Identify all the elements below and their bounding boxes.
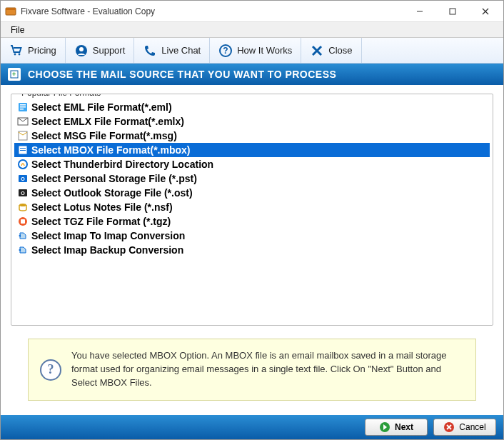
format-row[interactable]: Select Thunderbird Directory Location	[14, 157, 490, 171]
close-icon	[310, 44, 324, 58]
format-icon: O	[17, 187, 29, 199]
format-label: Select TGZ File Format (*.tgz)	[31, 216, 171, 227]
format-icon	[17, 144, 29, 156]
format-label: Select Lotus Notes File (*.nsf)	[31, 201, 173, 213]
file-formats-group: Popular File Formats Select EML File For…	[11, 94, 493, 326]
next-button[interactable]: Next	[365, 419, 428, 436]
app-icon	[5, 6, 16, 17]
howitworks-label: How It Works	[237, 45, 292, 56]
cart-icon	[9, 44, 24, 58]
format-icon: O	[17, 173, 29, 184]
cancel-x-icon	[443, 421, 455, 433]
format-icon	[17, 244, 29, 256]
format-row[interactable]: Select TGZ File Format (*.tgz)	[14, 214, 490, 229]
svg-rect-32	[21, 219, 25, 224]
svg-text:?: ?	[223, 46, 228, 56]
format-row[interactable]: Select MBOX File Format(*.mbox)	[14, 143, 490, 157]
svg-point-7	[19, 53, 21, 55]
format-icon	[17, 130, 29, 141]
format-icon	[17, 216, 29, 227]
format-label: Select Personal Storage File (*.pst)	[31, 173, 197, 184]
format-row[interactable]: Select Lotus Notes File (*.nsf)	[14, 200, 490, 214]
file-menu[interactable]: File	[5, 24, 30, 36]
svg-rect-23	[20, 148, 26, 149]
headset-icon	[74, 44, 89, 58]
close-label: Close	[328, 45, 352, 56]
format-label: Select EML File Format(*.eml)	[31, 101, 172, 113]
svg-text:O: O	[21, 191, 25, 196]
svg-point-9	[79, 47, 84, 51]
svg-rect-19	[20, 109, 24, 110]
howitworks-button[interactable]: ? How It Works	[210, 38, 301, 63]
format-icon	[17, 230, 29, 241]
window-title: Fixvare Software - Evaluation Copy	[21, 6, 403, 16]
format-icon	[17, 116, 29, 127]
pricing-button[interactable]: Pricing	[1, 38, 66, 63]
format-label: Select EMLX File Format(*.emlx)	[31, 116, 184, 127]
footer-bar: Next Cancel	[1, 415, 503, 439]
format-row[interactable]: OSelect Outlook Storage File (*.ost)	[14, 186, 490, 200]
svg-text:+: +	[12, 71, 16, 78]
format-label: Select Imap To Imap Conversion	[31, 230, 185, 241]
close-button[interactable]: Close	[301, 38, 361, 63]
format-row[interactable]: OSelect Personal Storage File (*.pst)	[14, 171, 490, 186]
next-arrow-icon	[379, 421, 390, 433]
format-row[interactable]: Select EMLX File Format(*.emlx)	[14, 114, 490, 129]
svg-rect-18	[20, 106, 26, 108]
phone-icon	[143, 44, 157, 58]
page-header: + CHOOSE THE MAIL SOURCE THAT YOU WANT T…	[1, 64, 503, 85]
content-area: Popular File Formats Select EML File For…	[1, 85, 503, 415]
format-row[interactable]: Select Imap To Imap Conversion	[14, 229, 490, 243]
format-label: Select Outlook Storage File (*.ost)	[31, 187, 193, 199]
svg-rect-24	[20, 150, 26, 151]
svg-point-30	[19, 204, 26, 206]
group-legend: Popular File Formats	[19, 94, 104, 98]
info-icon: ?	[40, 359, 61, 381]
svg-point-6	[14, 53, 16, 55]
format-label: Select Imap Backup Conversion	[31, 244, 183, 256]
cancel-label: Cancel	[459, 422, 485, 432]
format-label: Select Thunderbird Directory Location	[31, 159, 213, 170]
format-label: Select MSG File Format(*.msg)	[31, 130, 177, 141]
question-icon: ?	[218, 44, 233, 58]
svg-rect-17	[20, 104, 26, 106]
svg-text:O: O	[21, 176, 25, 181]
format-icon	[17, 159, 29, 170]
livechat-label: Live Chat	[161, 45, 201, 56]
next-label: Next	[395, 422, 413, 432]
support-label: Support	[93, 45, 126, 56]
format-label: Select MBOX File Format(*.mbox)	[31, 144, 190, 156]
title-bar: Fixvare Software - Evaluation Copy	[1, 1, 503, 22]
header-badge-icon: +	[8, 68, 21, 81]
menu-bar: File	[1, 22, 503, 38]
close-window-button[interactable]	[469, 1, 502, 21]
minimize-button[interactable]	[403, 1, 436, 21]
svg-rect-1	[6, 8, 16, 10]
format-row[interactable]: Select EML File Format(*.eml)	[14, 100, 490, 114]
maximize-button[interactable]	[436, 1, 469, 21]
page-header-text: CHOOSE THE MAIL SOURCE THAT YOU WANT TO …	[28, 69, 336, 80]
toolbar: Pricing Support Live Chat ? How It Works…	[1, 38, 503, 64]
info-panel: ? You have selected MBOX Option. An MBOX…	[28, 339, 476, 401]
svg-rect-3	[450, 9, 455, 14]
livechat-button[interactable]: Live Chat	[134, 38, 210, 63]
svg-point-25	[19, 160, 27, 169]
cancel-button[interactable]: Cancel	[433, 419, 496, 436]
pricing-label: Pricing	[28, 45, 56, 56]
format-list: Select EML File Format(*.eml)Select EMLX…	[14, 100, 490, 257]
format-icon	[17, 101, 29, 113]
info-text: You have selected MBOX Option. An MBOX f…	[71, 349, 464, 390]
format-row[interactable]: Select Imap Backup Conversion	[14, 243, 490, 257]
format-row[interactable]: Select MSG File Format(*.msg)	[14, 129, 490, 143]
support-button[interactable]: Support	[66, 38, 135, 63]
format-icon	[17, 201, 29, 213]
